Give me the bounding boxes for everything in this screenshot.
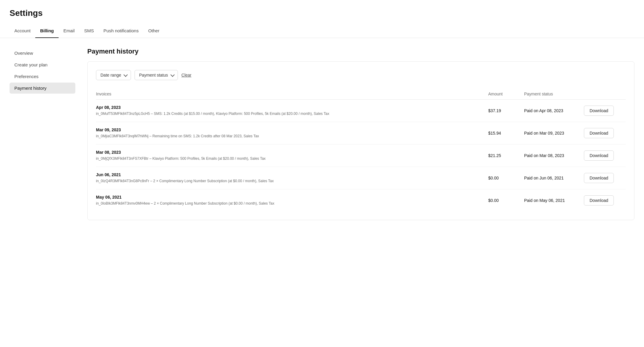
invoice-cell: Mar 08, 2023 in_0MjQfX3MFlk84T3nFS7XFBtr… xyxy=(96,150,488,161)
invoice-id: in_0MjiaC3MFlk84T3nqlM7hWNj – Remaining … xyxy=(96,133,488,139)
invoice-amount: $0.00 xyxy=(488,198,524,203)
nav-item-push-notifications[interactable]: Push notifications xyxy=(99,24,144,38)
invoice-date: Mar 08, 2023 xyxy=(96,150,488,155)
invoice-date: Apr 08, 2023 xyxy=(96,105,488,110)
download-cell: Download xyxy=(584,195,626,206)
clear-filters-link[interactable]: Clear xyxy=(181,73,191,77)
payment-history-card: Date range Payment status Clear Invoices… xyxy=(87,61,634,220)
sidebar: Overview Create your plan Preferences Pa… xyxy=(10,48,75,220)
invoice-cell: Mar 09, 2023 in_0MjiaC3MFlk84T3nqlM7hWNj… xyxy=(96,127,488,139)
download-button[interactable]: Download xyxy=(584,195,614,206)
filters: Date range Payment status Clear xyxy=(96,70,626,80)
col-invoices: Invoices xyxy=(96,92,488,96)
top-navigation: Account Billing Email SMS Push notificat… xyxy=(0,24,644,38)
invoice-id: in_0IoBIk3MFlk84T3nmv0MH4ew – 2 × Compli… xyxy=(96,201,488,206)
sidebar-item-payment-history[interactable]: Payment history xyxy=(10,83,75,94)
invoice-cell: May 06, 2021 in_0IoBIk3MFlk84T3nmv0MH4ew… xyxy=(96,195,488,206)
table-header: Invoices Amount Payment status xyxy=(96,89,626,100)
payment-status-value: Paid on Mar 08, 2023 xyxy=(524,153,584,158)
col-action xyxy=(584,92,626,96)
invoice-id: in_0IzQ4R3MFlk84T3nG8Pc8nFr – 2 × Compli… xyxy=(96,178,488,184)
download-cell: Download xyxy=(584,150,626,161)
payment-status-value: Paid on Mar 09, 2023 xyxy=(524,131,584,136)
page-title: Settings xyxy=(0,0,644,24)
invoice-amount: $0.00 xyxy=(488,176,524,180)
chevron-down-icon xyxy=(170,73,175,77)
table-row: Jun 06, 2021 in_0IzQ4R3MFlk84T3nG8Pc8nFr… xyxy=(96,167,626,189)
table-row: Apr 08, 2023 in_0MufT53MFlk84T3nz5pLGcH5… xyxy=(96,100,626,122)
date-range-label: Date range xyxy=(100,73,121,77)
main-content: Payment history Date range Payment statu… xyxy=(87,48,634,220)
invoice-cell: Apr 08, 2023 in_0MufT53MFlk84T3nz5pLGcH5… xyxy=(96,105,488,116)
table-row: Mar 08, 2023 in_0MjQfX3MFlk84T3nFS7XFBtr… xyxy=(96,144,626,167)
nav-item-account[interactable]: Account xyxy=(10,24,35,38)
section-title: Payment history xyxy=(87,48,634,55)
nav-item-other[interactable]: Other xyxy=(144,24,164,38)
download-button[interactable]: Download xyxy=(584,106,614,116)
sidebar-item-overview[interactable]: Overview xyxy=(10,48,75,59)
payment-status-filter[interactable]: Payment status xyxy=(135,70,178,80)
sidebar-item-create-your-plan[interactable]: Create your plan xyxy=(10,59,75,70)
nav-item-sms[interactable]: SMS xyxy=(80,24,99,38)
invoice-date: May 06, 2021 xyxy=(96,195,488,200)
table-row: May 06, 2021 in_0IoBIk3MFlk84T3nmv0MH4ew… xyxy=(96,189,626,211)
payment-status-label: Payment status xyxy=(139,73,168,77)
download-button[interactable]: Download xyxy=(584,128,614,138)
col-amount: Amount xyxy=(488,92,524,96)
invoice-amount: $15.94 xyxy=(488,131,524,136)
invoice-id: in_0MufT53MFlk84T3nz5pLGcH5 – SMS: 1.2k … xyxy=(96,111,488,116)
download-button[interactable]: Download xyxy=(584,173,614,183)
invoice-date: Mar 09, 2023 xyxy=(96,127,488,132)
chevron-down-icon xyxy=(123,73,128,77)
nav-item-billing[interactable]: Billing xyxy=(35,24,59,38)
invoice-amount: $37.19 xyxy=(488,108,524,113)
col-payment-status: Payment status xyxy=(524,92,584,96)
download-cell: Download xyxy=(584,173,626,183)
payment-status-value: Paid on Apr 08, 2023 xyxy=(524,108,584,113)
table-row: Mar 09, 2023 in_0MjiaC3MFlk84T3nqlM7hWNj… xyxy=(96,122,626,144)
download-button[interactable]: Download xyxy=(584,150,614,161)
payment-status-value: Paid on May 06, 2021 xyxy=(524,198,584,203)
invoice-date: Jun 06, 2021 xyxy=(96,172,488,177)
invoice-amount: $21.25 xyxy=(488,153,524,158)
nav-item-email[interactable]: Email xyxy=(59,24,80,38)
invoice-cell: Jun 06, 2021 in_0IzQ4R3MFlk84T3nG8Pc8nFr… xyxy=(96,172,488,184)
download-cell: Download xyxy=(584,128,626,138)
download-cell: Download xyxy=(584,106,626,116)
invoice-id: in_0MjQfX3MFlk84T3nFS7XFBtr – Klaviyo Pl… xyxy=(96,156,488,161)
sidebar-item-preferences[interactable]: Preferences xyxy=(10,71,75,82)
date-range-filter[interactable]: Date range xyxy=(96,70,131,80)
payment-status-value: Paid on Jun 06, 2021 xyxy=(524,176,584,180)
